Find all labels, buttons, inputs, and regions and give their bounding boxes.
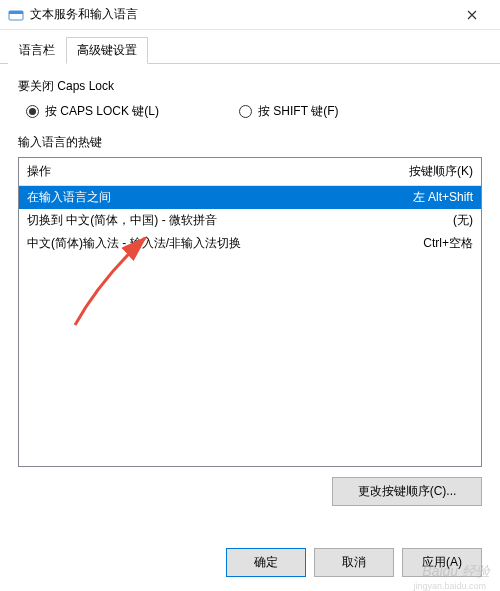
dialog-footer: 确定 取消 应用(A) [226, 548, 482, 577]
radio-label: 按 CAPS LOCK 键(L) [45, 103, 159, 120]
hotkeys-group: 输入语言的热键 操作 按键顺序(K) 在输入语言之间 左 Alt+Shift 切… [18, 134, 482, 506]
tab-advanced-keys[interactable]: 高级键设置 [66, 37, 148, 64]
change-sequence-button[interactable]: 更改按键顺序(C)... [332, 477, 482, 506]
radio-label: 按 SHIFT 键(F) [258, 103, 338, 120]
capslock-title: 要关闭 Caps Lock [18, 78, 482, 95]
cell-action: 中文(简体)输入法 - 输入法/非输入法切换 [27, 235, 363, 252]
table-header: 操作 按键顺序(K) [19, 158, 481, 186]
radio-capslock-key[interactable]: 按 CAPS LOCK 键(L) [26, 103, 159, 120]
table-row[interactable]: 中文(简体)输入法 - 输入法/非输入法切换 Ctrl+空格 [19, 232, 481, 255]
apply-button[interactable]: 应用(A) [402, 548, 482, 577]
app-icon [8, 7, 24, 23]
tab-content: 要关闭 Caps Lock 按 CAPS LOCK 键(L) 按 SHIFT 键… [0, 64, 500, 516]
cell-seq: Ctrl+空格 [363, 235, 473, 252]
col-action[interactable]: 操作 [19, 158, 361, 185]
hotkeys-table: 操作 按键顺序(K) 在输入语言之间 左 Alt+Shift 切换到 中文(简体… [18, 157, 482, 467]
table-body[interactable]: 在输入语言之间 左 Alt+Shift 切换到 中文(简体，中国) - 微软拼音… [19, 186, 481, 466]
cell-action: 切换到 中文(简体，中国) - 微软拼音 [27, 212, 363, 229]
window-title: 文本服务和输入语言 [30, 6, 452, 23]
cell-action: 在输入语言之间 [27, 189, 363, 206]
table-row[interactable]: 切换到 中文(简体，中国) - 微软拼音 (无) [19, 209, 481, 232]
radio-shift-key[interactable]: 按 SHIFT 键(F) [239, 103, 338, 120]
cell-seq: (无) [363, 212, 473, 229]
cancel-button[interactable]: 取消 [314, 548, 394, 577]
col-sequence[interactable]: 按键顺序(K) [361, 158, 481, 185]
cell-seq: 左 Alt+Shift [363, 189, 473, 206]
tab-bar: 语言栏 高级键设置 [0, 30, 500, 64]
watermark-sub: jingyan.baidu.com [413, 581, 486, 591]
svg-rect-1 [9, 11, 23, 14]
close-button[interactable] [452, 0, 492, 30]
radio-icon [239, 105, 252, 118]
hotkeys-title: 输入语言的热键 [18, 134, 482, 151]
titlebar: 文本服务和输入语言 [0, 0, 500, 30]
radio-icon [26, 105, 39, 118]
tab-language-bar[interactable]: 语言栏 [8, 37, 66, 64]
ok-button[interactable]: 确定 [226, 548, 306, 577]
capslock-group: 要关闭 Caps Lock 按 CAPS LOCK 键(L) 按 SHIFT 键… [18, 78, 482, 120]
table-row[interactable]: 在输入语言之间 左 Alt+Shift [19, 186, 481, 209]
